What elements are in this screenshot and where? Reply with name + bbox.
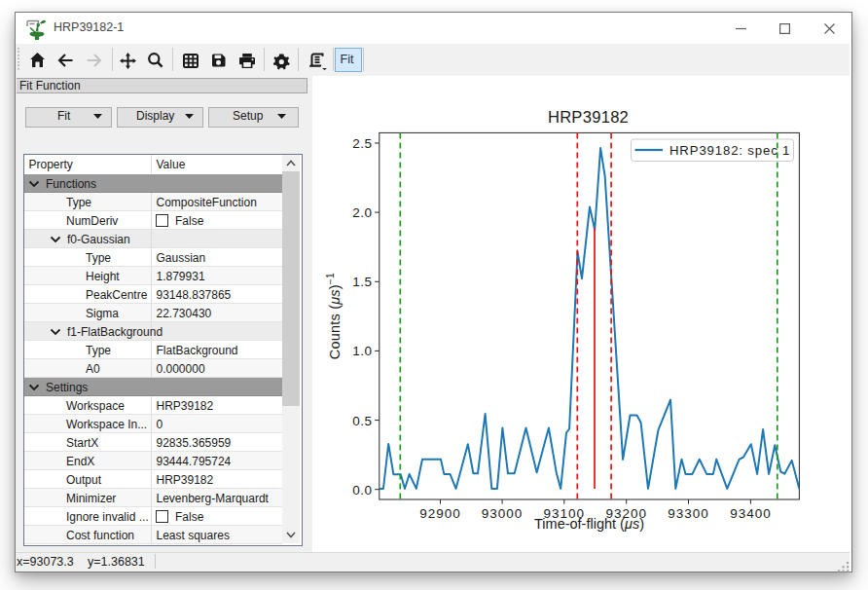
svg-text:0.5: 0.5 (352, 413, 372, 427)
svg-text:Counts (μs)−1: Counts (μs)−1 (324, 273, 342, 359)
svg-text:93400: 93400 (730, 506, 772, 521)
svg-text:HRP39182: HRP39182 (547, 107, 628, 126)
svg-text:1.5: 1.5 (352, 275, 372, 289)
svg-text:93000: 93000 (481, 506, 523, 521)
svg-text:0.0: 0.0 (352, 482, 372, 497)
svg-text:92900: 92900 (419, 506, 461, 521)
svg-text:Time-of-flight (μs): Time-of-flight (μs) (534, 516, 644, 532)
svg-text:2.5: 2.5 (352, 135, 372, 150)
svg-text:1.0: 1.0 (352, 344, 372, 358)
svg-text:93300: 93300 (668, 506, 709, 521)
svg-text:2.0: 2.0 (352, 205, 372, 220)
svg-text:HRP39182: spec 1: HRP39182: spec 1 (669, 142, 790, 157)
